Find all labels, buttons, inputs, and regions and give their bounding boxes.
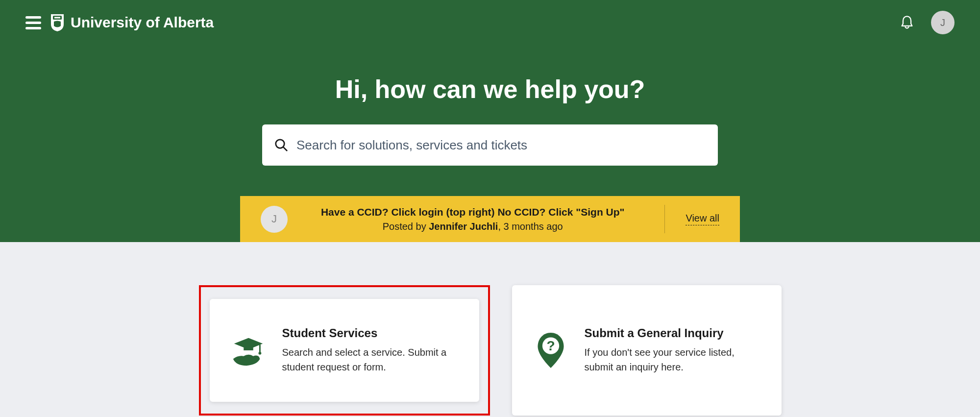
announcement-meta: Posted by Jennifer Juchli, 3 months ago: [301, 221, 644, 232]
hero: Hi, how can we help you? J Have a CCID? …: [0, 45, 980, 242]
notifications-icon[interactable]: [900, 15, 914, 30]
svg-text:?: ?: [546, 338, 555, 353]
question-pin-icon: ?: [532, 331, 570, 369]
site-title: University of Alberta: [71, 14, 214, 31]
svg-line-3: [283, 147, 287, 150]
card-general-inquiry[interactable]: ? Submit a General Inquiry If you don't …: [512, 285, 782, 416]
search-icon: [274, 138, 289, 152]
svg-point-5: [258, 352, 261, 355]
card-student-services[interactable]: Student Services Search and select a ser…: [210, 299, 479, 402]
card-body: Submit a General Inquiry If you don't se…: [585, 326, 762, 374]
avatar-initial: J: [940, 17, 945, 28]
topbar-left: University of Alberta: [25, 13, 214, 32]
svg-rect-4: [244, 347, 253, 350]
view-all-link[interactable]: View all: [686, 213, 719, 225]
divider: [664, 205, 665, 233]
search-input[interactable]: [296, 138, 706, 153]
card-description: If you don't see your service listed, su…: [585, 345, 762, 374]
announcement-avatar-initial: J: [271, 213, 277, 225]
announcement-time: , 3 months ago: [498, 221, 563, 232]
card-title: Submit a General Inquiry: [585, 326, 762, 340]
announcement-posted-prefix: Posted by: [383, 221, 429, 232]
logo[interactable]: University of Alberta: [50, 13, 214, 32]
topbar: University of Alberta J: [0, 0, 980, 45]
shield-icon: [50, 13, 65, 32]
announcement-author: Jennifer Juchli: [429, 221, 498, 232]
announcement-author-avatar: J: [261, 206, 288, 233]
hero-heading: Hi, how can we help you?: [0, 74, 980, 104]
svg-rect-1: [54, 17, 60, 19]
topbar-right: J: [900, 11, 955, 34]
announcement-title: Have a CCID? Click login (top right) No …: [301, 206, 644, 218]
highlight-annotation: Student Services Search and select a ser…: [199, 285, 490, 416]
service-cards-row: Student Services Search and select a ser…: [0, 242, 980, 417]
user-avatar[interactable]: J: [931, 11, 955, 34]
announcement-content[interactable]: Have a CCID? Click login (top right) No …: [301, 206, 644, 232]
search-bar[interactable]: [262, 124, 718, 166]
header-area: University of Alberta J Hi, how can we h…: [0, 0, 980, 242]
announcement-bar: J Have a CCID? Click login (top right) N…: [240, 196, 740, 242]
card-body: Student Services Search and select a ser…: [282, 326, 460, 374]
menu-icon[interactable]: [25, 16, 41, 29]
card-title: Student Services: [282, 326, 460, 340]
card-description: Search and select a service. Submit a st…: [282, 345, 460, 374]
graduation-hand-icon: [229, 331, 268, 369]
